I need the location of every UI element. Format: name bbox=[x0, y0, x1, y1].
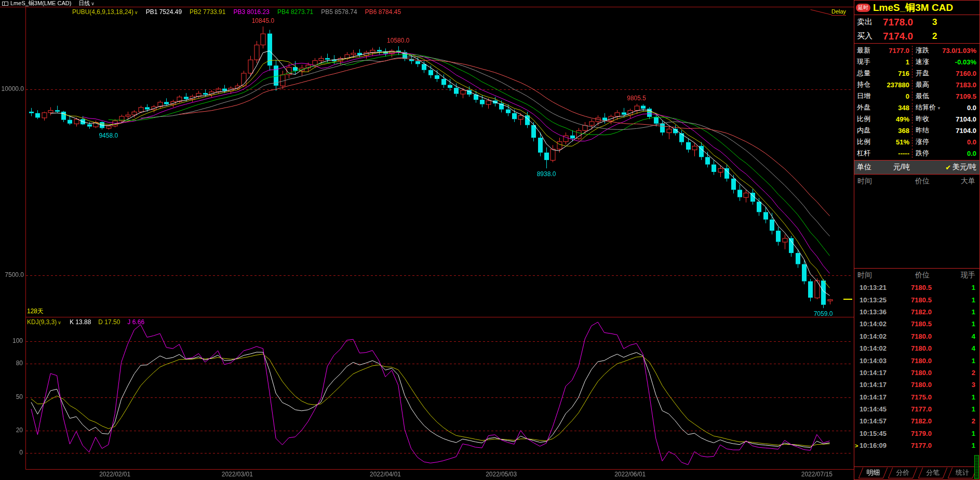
quote-detail-row: 总量716开盘7160.0 bbox=[854, 68, 979, 79]
scrollbar[interactable] bbox=[974, 455, 979, 479]
detail-value: 0.0 bbox=[967, 138, 976, 146]
chevron-down-icon[interactable]: ▼ bbox=[937, 106, 941, 111]
quote-detail-cell: 总量716 bbox=[854, 69, 912, 78]
candlestick-chart-canvas[interactable] bbox=[0, 0, 854, 480]
trade-volume: 2 bbox=[944, 369, 975, 377]
trade-price: 7180.5 bbox=[899, 296, 944, 304]
current-row-marker-icon: > bbox=[855, 443, 858, 449]
trade-row[interactable]: >10:16:097177.01 bbox=[854, 439, 979, 451]
quote-detail-row: 外盘348结算价▼0.0 bbox=[854, 102, 979, 113]
trade-row[interactable]: 10:14:027180.04 bbox=[854, 342, 979, 354]
trade-row[interactable]: 10:13:367182.01 bbox=[854, 306, 979, 318]
trade-row[interactable]: 10:14:457177.01 bbox=[854, 403, 979, 415]
ask-row[interactable]: 卖出 7178.0 3 bbox=[854, 15, 979, 29]
quote-detail-row: 杠杆-----跌停0.0 bbox=[854, 148, 979, 159]
tab-label: 分价 bbox=[896, 468, 910, 477]
chart-annotation: 9458.0 bbox=[85, 132, 132, 139]
column-header: 价位 bbox=[899, 271, 946, 280]
period-selector[interactable]: 日线 ∨ bbox=[78, 0, 95, 7]
quote-detail-cell: 昨结7104.0 bbox=[912, 126, 979, 135]
kdj-j-value: J 6.66 bbox=[127, 318, 144, 326]
quote-detail-cell: 比例49% bbox=[854, 114, 912, 124]
chevron-down-icon: ∨ bbox=[91, 1, 95, 6]
detail-label: 速涨 bbox=[916, 57, 929, 66]
trade-time: 10:14:02 bbox=[860, 332, 899, 340]
trade-price: 7179.0 bbox=[899, 430, 944, 437]
detail-label: 昨结 bbox=[916, 126, 929, 135]
trade-volume: 1 bbox=[944, 308, 975, 316]
tab-分笔[interactable]: 分笔 bbox=[918, 468, 947, 478]
quote-panel-header: 延时 LmeS_铜3M CAD bbox=[854, 1, 979, 15]
tab-label: 统计 bbox=[956, 468, 969, 477]
kdj-axis-label: 20 bbox=[1, 426, 23, 434]
price-axis-label: 10000.0 bbox=[1, 85, 24, 92]
quote-detail-row: 比例51%涨停0.0 bbox=[854, 136, 979, 148]
quote-detail-cell: 跌停0.0 bbox=[912, 149, 979, 158]
date-label: 2022/05/03 bbox=[478, 471, 525, 478]
detail-label: 总量 bbox=[857, 69, 870, 78]
tab-明细[interactable]: 明细 bbox=[858, 468, 888, 478]
detail-value: 7177.0 bbox=[889, 47, 909, 55]
trade-volume: 1 bbox=[944, 442, 975, 449]
pubu-value: PB6 8784.45 bbox=[365, 8, 401, 16]
trade-row[interactable]: 10:13:217180.51 bbox=[854, 282, 979, 294]
trade-time: 10:14:02 bbox=[860, 344, 899, 352]
trade-price: 7180.0 bbox=[899, 357, 944, 365]
date-label: 2022/07/15 bbox=[794, 471, 840, 478]
trade-time: 10:13:25 bbox=[860, 296, 899, 304]
trade-price: 7180.5 bbox=[899, 320, 944, 328]
window-icon[interactable] bbox=[2, 1, 8, 6]
trade-price: 7177.0 bbox=[899, 405, 944, 413]
quote-detail-cell: 持仓237880 bbox=[854, 80, 912, 89]
trade-row[interactable]: 10:14:177175.01 bbox=[854, 391, 979, 403]
trade-volume: 1 bbox=[944, 284, 975, 291]
trade-volume: 4 bbox=[944, 344, 975, 352]
kdj-indicator-label[interactable]: KDJ(9,3,3) ∨ bbox=[27, 318, 61, 326]
column-header: 时间 bbox=[857, 177, 899, 186]
trade-row[interactable]: 10:14:037180.01 bbox=[854, 354, 979, 366]
trade-row[interactable]: 10:13:257180.51 bbox=[854, 294, 979, 305]
trade-row[interactable]: 10:14:027180.51 bbox=[854, 318, 979, 330]
date-label: 2022/04/01 bbox=[362, 471, 409, 478]
trade-row[interactable]: 10:14:177180.03 bbox=[854, 379, 979, 391]
trading-app-window: LmeS_铜3M(LME CAD) 日线 ∨ PUBU(4,6,9,13,18,… bbox=[0, 0, 980, 480]
chart-annotation: 10845.0 bbox=[239, 17, 286, 24]
unit-usd-option[interactable]: ✔ 美元/吨 bbox=[945, 163, 976, 172]
detail-value: 73.0/1.03% bbox=[942, 47, 976, 55]
trade-row[interactable]: 10:14:177180.02 bbox=[854, 367, 979, 379]
trade-time: 10:14:17 bbox=[860, 393, 899, 401]
divider bbox=[25, 469, 854, 470]
bid-price: 7174.0 bbox=[883, 31, 932, 42]
trade-time: 10:14:02 bbox=[860, 320, 899, 328]
quote-detail-cell: 现手1 bbox=[854, 57, 912, 66]
detail-label: 现手 bbox=[857, 57, 870, 66]
bid-label: 买入 bbox=[857, 31, 883, 41]
trade-row[interactable]: 10:15:457179.01 bbox=[854, 428, 979, 439]
trade-row[interactable]: 10:14:027180.04 bbox=[854, 330, 979, 342]
delay-label: Delay bbox=[831, 8, 846, 16]
trade-volume: 3 bbox=[944, 381, 975, 389]
quote-detail-cell: 开盘7160.0 bbox=[912, 69, 979, 78]
unit-cny-option[interactable]: 元/吨 bbox=[893, 163, 910, 172]
trade-row[interactable]: 10:14:577182.02 bbox=[854, 415, 979, 427]
tab-分价[interactable]: 分价 bbox=[888, 468, 918, 478]
detail-value: 7183.0 bbox=[956, 81, 976, 89]
detail-label: 涨停 bbox=[916, 137, 929, 146]
tab-统计[interactable]: 统计 bbox=[948, 468, 977, 478]
chart-annotation: 10580.0 bbox=[375, 37, 422, 44]
detail-label: 开盘 bbox=[916, 69, 929, 78]
bid-row[interactable]: 买入 7174.0 2 bbox=[854, 29, 979, 44]
quote-detail-cell: 结算价▼0.0 bbox=[912, 103, 979, 112]
trade-volume: 1 bbox=[944, 320, 975, 328]
quote-detail-cell: 杠杆----- bbox=[854, 149, 912, 158]
trade-volume: 2 bbox=[944, 417, 975, 425]
chart-annotation: 9805.5 bbox=[613, 95, 660, 102]
pubu-indicator-label[interactable]: PUBU(4,6,9,13,18,24) ∨ bbox=[72, 8, 138, 16]
trade-time: 10:13:36 bbox=[860, 308, 899, 316]
trade-price: 7180.5 bbox=[899, 284, 944, 291]
indicator-bar: PUBU(4,6,9,13,18,24) ∨ PB1 7524.49PB2 77… bbox=[72, 8, 401, 16]
detail-label: 比例 bbox=[857, 137, 870, 146]
panel-tabs: 明细分价分笔统计 bbox=[854, 466, 979, 479]
unit-selector-row: 单位 元/吨 ✔ 美元/吨 bbox=[854, 160, 979, 175]
days-count-label: 128天 bbox=[27, 307, 44, 316]
